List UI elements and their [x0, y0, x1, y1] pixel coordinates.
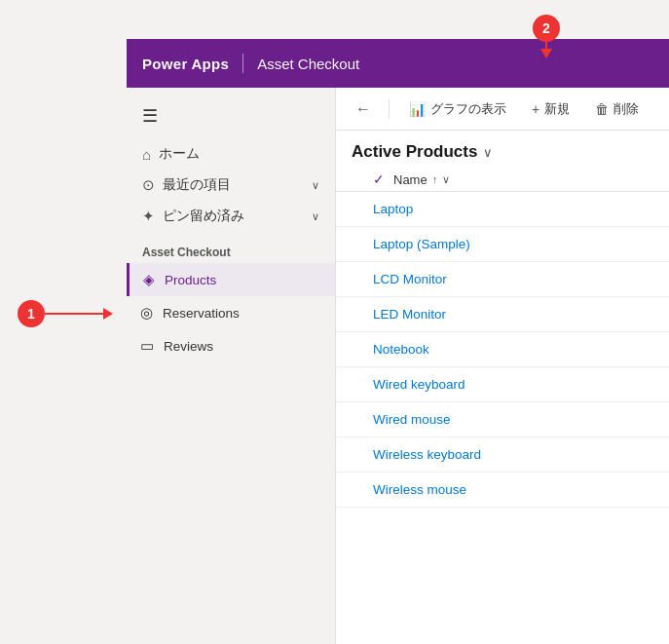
annotation-2-container: 2 [540, 15, 552, 58]
app-header: Power Apps Asset Checkout [127, 39, 669, 88]
list-title: Active Products [352, 142, 477, 162]
app-title: Asset Checkout [257, 56, 359, 72]
delete-button[interactable]: 🗑 削除 [585, 95, 649, 123]
sort-asc-icon[interactable]: ↑ [432, 173, 438, 185]
sort-chevron-icon[interactable]: ∨ [442, 173, 450, 186]
reservations-label: Reservations [163, 306, 240, 321]
sidebar-item-reservations[interactable]: ◎ Reservations [127, 296, 335, 329]
back-button[interactable]: ← [348, 96, 379, 122]
graph-icon: 📊 [409, 101, 426, 117]
recent-label: 最近の項目 [163, 176, 231, 194]
products-icon: ◈ [143, 271, 155, 288]
recent-chevron-icon: ∨ [312, 179, 319, 192]
list-item[interactable]: LCD Monitor [336, 262, 669, 297]
pinned-label: ピン留め済み [163, 208, 244, 225]
list-header: Active Products ∨ [336, 131, 669, 168]
list-item[interactable]: Wireless mouse [336, 473, 669, 508]
new-button[interactable]: + 新規 [522, 95, 579, 123]
recent-icon: ⊙ [142, 176, 155, 194]
sidebar-item-products[interactable]: ◈ Products [127, 263, 335, 296]
graph-button[interactable]: 📊 グラフの表示 [399, 95, 516, 123]
sidebar-item-reviews[interactable]: ▭ Reviews [127, 329, 335, 362]
reservations-icon: ◎ [140, 304, 153, 322]
sidebar-item-home[interactable]: ⌂ ホーム [127, 138, 335, 170]
new-icon: + [532, 101, 539, 117]
list-title-chevron-icon[interactable]: ∨ [483, 145, 493, 160]
list-item[interactable]: Laptop (Sample) [336, 227, 669, 262]
graph-label: グラフの表示 [430, 100, 506, 118]
pin-icon: ✦ [142, 208, 155, 225]
sidebar: ☰ ⌂ ホーム ⊙ 最近の項目 ∨ ✦ ピン留め済み ∨ Asset Check… [127, 88, 336, 644]
column-header: ✓ Name ↑ ∨ [336, 168, 669, 192]
main-content: ← 📊 グラフの表示 + 新規 🗑 削除 Active Products ∨ ✓… [336, 88, 669, 644]
annotation-circle-2: 2 [533, 15, 560, 42]
list-item[interactable]: LED Monitor [336, 297, 669, 332]
list-item[interactable]: Wired mouse [336, 402, 669, 437]
delete-label: 削除 [613, 100, 639, 118]
delete-icon: 🗑 [595, 101, 609, 117]
reviews-label: Reviews [164, 339, 213, 354]
reviews-icon: ▭ [140, 337, 154, 355]
hamburger-button[interactable]: ☰ [127, 97, 335, 138]
list-item[interactable]: Wireless keyboard [336, 437, 669, 473]
powerapps-label: Power Apps [142, 56, 229, 72]
sidebar-item-recent[interactable]: ⊙ 最近の項目 ∨ [127, 170, 335, 201]
products-label: Products [165, 273, 216, 287]
col-check-icon: ✓ [373, 171, 385, 187]
toolbar-divider-1 [389, 99, 390, 119]
sidebar-item-pinned[interactable]: ✦ ピン留め済み ∨ [127, 201, 335, 232]
annotation-circle-1: 1 [18, 300, 45, 327]
pinned-chevron-icon: ∨ [312, 210, 319, 223]
new-label: 新規 [544, 100, 570, 118]
sidebar-section-label: Asset Checkout [127, 232, 335, 263]
home-icon: ⌂ [142, 146, 151, 163]
list-item[interactable]: Laptop [336, 192, 669, 227]
header-divider [242, 54, 243, 73]
home-label: ホーム [159, 145, 200, 163]
col-name-label[interactable]: Name [393, 172, 427, 187]
list-item[interactable]: Wired keyboard [336, 367, 669, 402]
main-layout: ☰ ⌂ ホーム ⊙ 最近の項目 ∨ ✦ ピン留め済み ∨ Asset Check… [127, 88, 669, 644]
list-item[interactable]: Notebook [336, 332, 669, 367]
toolbar: ← 📊 グラフの表示 + 新規 🗑 削除 [336, 88, 669, 131]
